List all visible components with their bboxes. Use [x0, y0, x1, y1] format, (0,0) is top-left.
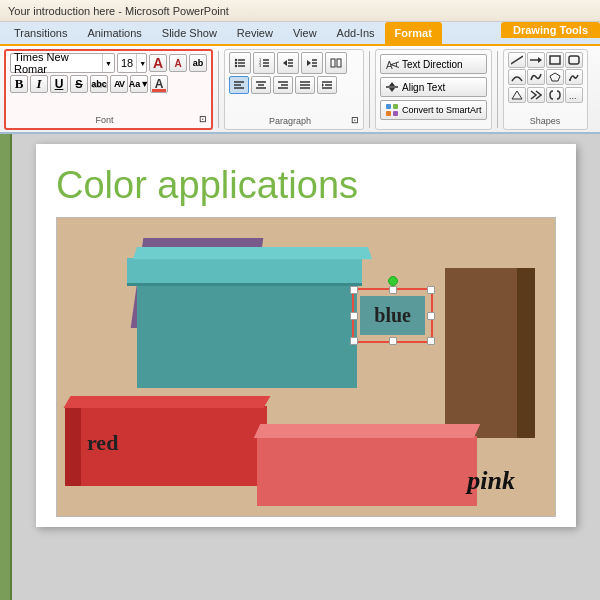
font-size-selector[interactable]: 18 ▼ — [117, 53, 147, 73]
change-case-button[interactable]: Aa▼ — [130, 75, 148, 93]
handle-mid-right[interactable] — [427, 312, 435, 320]
shape-arrow-button[interactable] — [527, 52, 545, 68]
shape-rect-button[interactable] — [546, 52, 564, 68]
clear-formatting-button[interactable]: ab — [189, 54, 207, 72]
font-row-1: Times New Romar ▼ 18 ▼ A A ab — [10, 53, 207, 73]
tab-transitions[interactable]: Transitions — [4, 22, 77, 44]
bold-button[interactable]: B — [10, 75, 28, 93]
numbered-list-button[interactable]: 123 — [253, 52, 275, 74]
align-right-button[interactable] — [273, 76, 293, 94]
red-label: red — [87, 430, 118, 456]
tab-animations[interactable]: Animations — [77, 22, 151, 44]
font-group-label: Font — [10, 113, 199, 126]
arc-shape-icon — [511, 72, 523, 82]
font-shrink-button[interactable]: A — [169, 54, 187, 72]
font-size-dropdown-arrow: ▼ — [136, 54, 148, 72]
handle-bot-right[interactable] — [427, 337, 435, 345]
ribbon: Drawing Tools Transitions Animations Sli… — [0, 22, 600, 134]
svg-marker-52 — [550, 73, 560, 81]
svg-line-47 — [511, 56, 523, 64]
paragraph-group: 123 — [224, 49, 364, 130]
underline-button[interactable]: U — [50, 75, 68, 93]
convert-smartart-button[interactable]: Convert to SmartArt — [380, 100, 487, 120]
tab-slideshow[interactable]: Slide Show — [152, 22, 227, 44]
triangle-shape-icon — [511, 90, 523, 100]
tab-format[interactable]: Format — [385, 22, 442, 44]
title-bar: Your introduction here - Microsoft Power… — [0, 0, 600, 22]
line-shape-icon — [511, 55, 523, 65]
shape-curve-button[interactable] — [527, 69, 545, 85]
shape-chevron-button[interactable] — [527, 87, 545, 103]
context-tab-drawing-tools[interactable]: Drawing Tools — [501, 22, 600, 38]
shapes-group-label-row: Shapes — [508, 112, 583, 127]
rotation-handle[interactable] — [388, 276, 398, 286]
svg-marker-49 — [538, 57, 542, 63]
svg-marker-37 — [322, 83, 324, 87]
paragraph-dialog-launcher[interactable]: ⊡ — [351, 115, 359, 125]
ribbon-divider-2 — [369, 51, 370, 128]
justify-icon — [299, 79, 311, 91]
bullets-icon — [234, 57, 246, 69]
slide-title: Color applications — [56, 164, 556, 207]
tab-view[interactable]: View — [283, 22, 327, 44]
paragraph-row-2 — [229, 76, 359, 94]
tab-review[interactable]: Review — [227, 22, 283, 44]
svg-marker-16 — [307, 60, 311, 66]
handle-top-right[interactable] — [427, 286, 435, 294]
svg-marker-42 — [389, 88, 395, 92]
align-text-button[interactable]: Align Text — [380, 77, 487, 97]
shadow-button[interactable]: abc — [90, 75, 108, 93]
more-shapes-icon: ... — [568, 90, 580, 100]
tab-addins[interactable]: Add-Ins — [327, 22, 385, 44]
brown-box-side — [517, 268, 535, 438]
svg-rect-45 — [386, 111, 391, 116]
align-text-icon — [385, 80, 399, 94]
slide: Color applications — [36, 144, 576, 527]
decrease-indent-button[interactable] — [277, 52, 299, 74]
shapes-grid-2: ... — [508, 87, 583, 103]
shape-triangle-button[interactable] — [508, 87, 526, 103]
char-spacing-button[interactable]: AV — [110, 75, 128, 93]
font-dialog-launcher[interactable]: ⊡ — [199, 114, 207, 124]
handle-bot-mid[interactable] — [389, 337, 397, 345]
blue-textbox-container[interactable]: blue — [360, 296, 425, 335]
strikethrough-button[interactable]: S — [70, 75, 88, 93]
svg-point-4 — [235, 62, 237, 64]
font-color-button[interactable]: A — [150, 75, 168, 93]
rounded-rect-icon — [568, 55, 580, 65]
shape-pentagon-button[interactable] — [546, 69, 564, 85]
font-name-dropdown-arrow: ▼ — [102, 54, 114, 72]
shape-free-button[interactable] — [565, 69, 583, 85]
teal-box-lid-top — [133, 247, 372, 259]
svg-marker-12 — [283, 60, 287, 66]
rtl-icon — [321, 79, 333, 91]
font-grow-button[interactable]: A — [149, 54, 167, 72]
paragraph-group-label: Paragraph — [229, 114, 351, 127]
align-left-icon — [233, 79, 245, 91]
svg-text:3: 3 — [259, 63, 262, 68]
svg-point-53 — [569, 79, 571, 81]
smartart-icon — [385, 103, 399, 117]
bullets-button[interactable] — [229, 52, 251, 74]
blue-textbox[interactable]: blue — [360, 296, 425, 335]
free-shape-icon — [568, 72, 580, 82]
align-left-button[interactable] — [229, 76, 249, 94]
shape-more-button[interactable]: ... — [565, 87, 583, 103]
rect-shape-icon — [549, 55, 561, 65]
shape-rounded-rect-button[interactable] — [565, 52, 583, 68]
shape-line-button[interactable] — [508, 52, 526, 68]
font-name-selector[interactable]: Times New Romar ▼ — [10, 53, 115, 73]
align-center-button[interactable] — [251, 76, 271, 94]
pink-box-body — [257, 436, 477, 506]
increase-indent-button[interactable] — [301, 52, 323, 74]
justify-button[interactable] — [295, 76, 315, 94]
rtl-button[interactable] — [317, 76, 337, 94]
align-right-icon — [277, 79, 289, 91]
teal-box-body — [137, 278, 357, 388]
italic-button[interactable]: I — [30, 75, 48, 93]
handle-top-mid[interactable] — [389, 286, 397, 294]
shape-arc-button[interactable] — [508, 69, 526, 85]
text-direction-button[interactable]: AA Text Direction — [380, 54, 487, 74]
shape-bracket-button[interactable] — [546, 87, 564, 103]
columns-button[interactable] — [325, 52, 347, 74]
